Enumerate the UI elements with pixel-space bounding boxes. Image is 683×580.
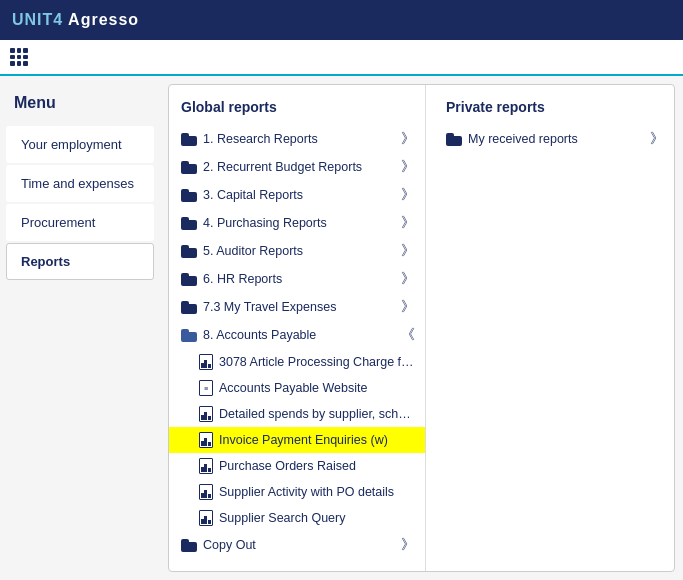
chart-icon (199, 432, 213, 448)
sidebar-item-label: Procurement (21, 215, 95, 230)
toolbar (0, 40, 683, 76)
report-label: 7.3 My Travel Expenses (203, 300, 401, 314)
sub-label: Purchase Orders Raised (219, 459, 415, 473)
reports-container: Global reports 1. Research Reports 》 2. … (168, 84, 675, 572)
app-logo: UNIT4 Agresso (12, 11, 139, 29)
chevron-down-icon: 》 (401, 270, 415, 288)
folder-icon (446, 133, 462, 146)
report-row-hr[interactable]: 6. HR Reports 》 (169, 265, 425, 293)
sub-item-article-processing[interactable]: 3078 Article Processing Charge for Li... (169, 349, 425, 375)
grid-menu-icon[interactable] (10, 48, 28, 66)
sidebar-item-procurement[interactable]: Procurement (6, 204, 154, 241)
report-label: 4. Purchasing Reports (203, 216, 401, 230)
folder-icon (181, 133, 197, 146)
report-row-recurrent-budget[interactable]: 2. Recurrent Budget Reports 》 (169, 153, 425, 181)
folder-icon (181, 539, 197, 552)
chevron-down-icon: 》 (401, 158, 415, 176)
global-reports-title: Global reports (169, 95, 425, 125)
chevron-down-icon: 》 (401, 242, 415, 260)
sub-label: 3078 Article Processing Charge for Li... (219, 355, 415, 369)
report-label: 1. Research Reports (203, 132, 401, 146)
report-label: 5. Auditor Reports (203, 244, 401, 258)
sidebar: Menu Your employment Time and expenses P… (0, 76, 160, 580)
sidebar-item-label: Your employment (21, 137, 122, 152)
sub-label: Supplier Search Query (219, 511, 415, 525)
report-row-auditor[interactable]: 5. Auditor Reports 》 (169, 237, 425, 265)
report-label: 3. Capital Reports (203, 188, 401, 202)
private-reports-title: Private reports (434, 95, 674, 125)
chart-icon (199, 458, 213, 474)
folder-icon (181, 245, 197, 258)
folder-icon (181, 301, 197, 314)
chart-icon (199, 484, 213, 500)
report-row-purchasing[interactable]: 4. Purchasing Reports 》 (169, 209, 425, 237)
sub-item-invoice-payment[interactable]: Invoice Payment Enquiries (w) (169, 427, 425, 453)
report-label: 6. HR Reports (203, 272, 401, 286)
content-area: Global reports 1. Research Reports 》 2. … (160, 76, 683, 580)
main-layout: Menu Your employment Time and expenses P… (0, 76, 683, 580)
sub-item-purchase-orders[interactable]: Purchase Orders Raised (169, 453, 425, 479)
sidebar-title: Menu (0, 86, 160, 124)
chevron-up-icon: 《 (401, 326, 415, 344)
folder-icon (181, 161, 197, 174)
report-row-accounts-payable[interactable]: 8. Accounts Payable 《 (169, 321, 425, 349)
sidebar-item-label: Time and expenses (21, 176, 134, 191)
sidebar-item-reports[interactable]: Reports (6, 243, 154, 280)
sidebar-item-your-employment[interactable]: Your employment (6, 126, 154, 163)
report-row-travel[interactable]: 7.3 My Travel Expenses 》 (169, 293, 425, 321)
chevron-down-icon: 》 (401, 536, 415, 554)
sub-item-detailed-spends[interactable]: Detailed spends by supplier, school, co.… (169, 401, 425, 427)
chevron-down-icon: 》 (401, 186, 415, 204)
folder-open-icon (181, 329, 197, 342)
sub-item-supplier-search[interactable]: Supplier Search Query (169, 505, 425, 531)
report-row-my-received[interactable]: My received reports 》 (434, 125, 674, 153)
global-reports-panel: Global reports 1. Research Reports 》 2. … (169, 85, 426, 571)
sidebar-item-label: Reports (21, 254, 70, 269)
report-label: 8. Accounts Payable (203, 328, 401, 342)
app-header: UNIT4 Agresso (0, 0, 683, 40)
folder-icon (181, 273, 197, 286)
sub-label: Invoice Payment Enquiries (w) (219, 433, 415, 447)
sub-label: Accounts Payable Website (219, 381, 415, 395)
folder-icon (181, 217, 197, 230)
report-label: 2. Recurrent Budget Reports (203, 160, 401, 174)
chart-icon (199, 510, 213, 526)
report-label: My received reports (468, 132, 650, 146)
chevron-down-icon: 》 (401, 130, 415, 148)
chevron-down-icon: 》 (650, 130, 664, 148)
chart-icon (199, 354, 213, 370)
sub-label: Supplier Activity with PO details (219, 485, 415, 499)
sub-item-supplier-activity[interactable]: Supplier Activity with PO details (169, 479, 425, 505)
chevron-down-icon: 》 (401, 214, 415, 232)
report-row-research[interactable]: 1. Research Reports 》 (169, 125, 425, 153)
private-reports-panel: Private reports My received reports 》 (434, 85, 674, 571)
chevron-down-icon: 》 (401, 298, 415, 316)
chart-icon (199, 406, 213, 422)
sub-label: Detailed spends by supplier, school, co.… (219, 407, 415, 421)
folder-icon (181, 189, 197, 202)
report-row-capital[interactable]: 3. Capital Reports 》 (169, 181, 425, 209)
sub-item-accounts-payable-website[interactable]: Accounts Payable Website (169, 375, 425, 401)
report-row-copy-out[interactable]: Copy Out 》 (169, 531, 425, 559)
sidebar-item-time-and-expenses[interactable]: Time and expenses (6, 165, 154, 202)
doc-icon (199, 380, 213, 396)
report-label: Copy Out (203, 538, 401, 552)
